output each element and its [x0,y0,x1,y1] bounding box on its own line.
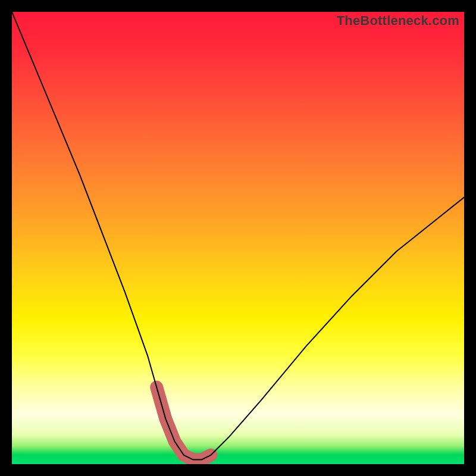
plot-area: TheBottleneck.com [12,12,464,464]
watermark-text: TheBottleneck.com [337,13,459,29]
chart-frame: TheBottleneck.com [0,0,476,476]
curve-highlight [156,387,211,460]
curve-line [12,12,464,459]
bottleneck-curve [12,12,464,464]
